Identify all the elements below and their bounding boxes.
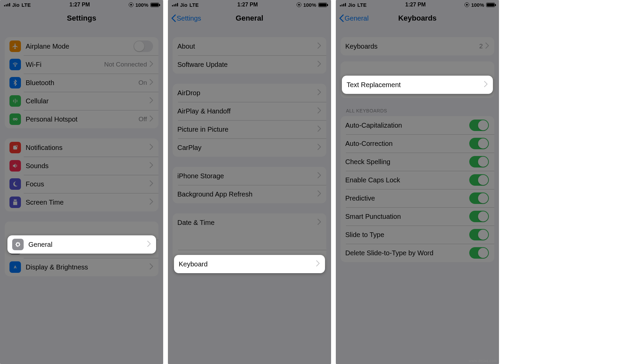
bluetooth-value: On: [139, 79, 147, 86]
bluetooth-icon: [9, 77, 21, 88]
pip-label: Picture in Picture: [177, 126, 318, 133]
back-label: General: [345, 15, 369, 22]
svg-point-0: [15, 66, 16, 67]
back-button[interactable]: General: [339, 15, 369, 22]
group-airdrop: AirDrop AirPlay & Handoff Picture in Pic…: [173, 84, 326, 157]
battery-icon: [318, 3, 327, 7]
watermark: www.dejaq.com: [469, 359, 497, 363]
row-pip[interactable]: Picture in Picture: [173, 120, 326, 138]
screen-general: JioLTE 1:27 PM 100% Settings General Abo…: [168, 0, 331, 364]
storage-label: iPhone Storage: [177, 172, 318, 180]
bluetooth-label: Bluetooth: [26, 79, 139, 87]
predictive-toggle[interactable]: [469, 192, 489, 204]
autocap-toggle[interactable]: [469, 120, 489, 131]
row-cellular[interactable]: Cellular: [5, 92, 158, 110]
airplane-toggle[interactable]: [133, 41, 153, 52]
nav-header: Settings General: [168, 9, 331, 27]
hotspot-value: Off: [139, 115, 147, 123]
row-airplane-mode[interactable]: Airplane Mode: [5, 37, 158, 55]
focus-label: Focus: [26, 180, 150, 188]
back-button[interactable]: Settings: [171, 15, 201, 22]
row-airdrop[interactable]: AirDrop: [173, 84, 326, 102]
status-bar: JioLTE 1:27 PM 100%: [336, 0, 499, 9]
row-slide[interactable]: Slide to Type: [341, 226, 494, 244]
row-general[interactable]: General: [7, 235, 156, 254]
row-airplay[interactable]: AirPlay & Handoff: [173, 102, 326, 120]
datetime-label: Date & Time: [177, 219, 318, 227]
row-about[interactable]: About: [173, 37, 326, 55]
carrier-label: Jio: [12, 2, 20, 8]
caps-label: Enable Caps Lock: [345, 176, 469, 184]
chevron-right-icon: [150, 115, 153, 123]
chevron-right-icon: [150, 79, 153, 86]
notifications-icon: [9, 142, 21, 153]
group-storage: iPhone Storage Background App Refresh: [173, 167, 326, 203]
keyboard-label: Keyboard: [179, 260, 316, 268]
text-replacement-label: Text Replacement: [347, 81, 484, 89]
chevron-right-icon: [485, 43, 489, 50]
row-focus[interactable]: Focus: [5, 175, 158, 193]
svg-point-2: [16, 119, 17, 120]
predictive-label: Predictive: [345, 194, 469, 202]
network-label: LTE: [190, 2, 199, 8]
airdrop-label: AirDrop: [177, 89, 318, 97]
spell-label: Check Spelling: [345, 158, 469, 166]
caps-toggle[interactable]: [469, 174, 489, 186]
row-screen-time[interactable]: Screen Time: [5, 193, 158, 211]
autocorrect-toggle[interactable]: [469, 138, 489, 149]
row-storage[interactable]: iPhone Storage: [173, 167, 326, 185]
row-spell[interactable]: Check Spelling: [341, 153, 494, 171]
clock-label: 1:27 PM: [405, 2, 426, 8]
row-display[interactable]: ADisplay & Brightness: [5, 258, 158, 276]
highlight-general: General: [7, 235, 156, 254]
row-sounds[interactable]: Sounds: [5, 157, 158, 175]
slide-label: Slide to Type: [345, 231, 469, 239]
row-delete-slide[interactable]: Delete Slide-to-Type by Word: [341, 244, 494, 262]
group-keyboards-count: Keyboards2: [341, 37, 494, 55]
airplay-label: AirPlay & Handoff: [177, 107, 318, 115]
row-wifi[interactable]: Wi-FiNot Connected: [5, 55, 158, 74]
row-keyboards[interactable]: Keyboards2: [341, 37, 494, 55]
row-refresh[interactable]: Background App Refresh: [173, 185, 326, 203]
row-autocorrect[interactable]: Auto-Correction: [341, 134, 494, 153]
display-label: Display & Brightness: [26, 263, 150, 271]
network-label: LTE: [22, 2, 31, 8]
row-autocap[interactable]: Auto-Capitalization: [341, 116, 494, 134]
svg-point-4: [16, 145, 18, 147]
battery-icon: [150, 3, 159, 7]
chevron-right-icon: [147, 241, 151, 248]
row-software-update[interactable]: Software Update: [173, 55, 326, 74]
chevron-right-icon: [318, 61, 321, 68]
row-keyboard[interactable]: Keyboard: [174, 255, 325, 273]
page-title: Keyboards: [398, 14, 437, 23]
row-text-replacement[interactable]: Text Replacement: [342, 76, 493, 94]
back-label: Settings: [177, 15, 201, 22]
smart-toggle[interactable]: [469, 211, 489, 222]
nav-header: General Keyboards: [336, 9, 499, 27]
chevron-right-icon: [484, 81, 488, 88]
row-date-time[interactable]: Date & Time: [173, 213, 326, 232]
row-carplay[interactable]: CarPlay: [173, 138, 326, 157]
row-caps[interactable]: Enable Caps Lock: [341, 171, 494, 189]
row-predictive[interactable]: Predictive: [341, 189, 494, 207]
delete-slide-toggle[interactable]: [469, 247, 489, 259]
location-icon: [129, 2, 133, 7]
carplay-label: CarPlay: [177, 144, 318, 152]
sounds-label: Sounds: [26, 162, 150, 170]
spell-toggle[interactable]: [469, 156, 489, 167]
location-icon: [465, 2, 469, 7]
display-icon: A: [9, 261, 21, 273]
smart-label: Smart Punctuation: [345, 213, 469, 220]
chevron-right-icon: [150, 144, 153, 151]
chevron-right-icon: [316, 260, 320, 268]
row-bluetooth[interactable]: BluetoothOn: [5, 74, 158, 92]
slide-toggle[interactable]: [469, 229, 489, 240]
chevron-right-icon: [318, 43, 321, 50]
row-hotspot[interactable]: Personal HotspotOff: [5, 110, 158, 128]
cellular-label: Cellular: [26, 97, 150, 105]
row-smart[interactable]: Smart Punctuation: [341, 207, 494, 226]
status-bar: Jio LTE 1:27 PM 100%: [0, 0, 163, 9]
focus-icon: [9, 178, 21, 190]
chevron-right-icon: [150, 162, 153, 170]
row-notifications[interactable]: Notifications: [5, 138, 158, 157]
